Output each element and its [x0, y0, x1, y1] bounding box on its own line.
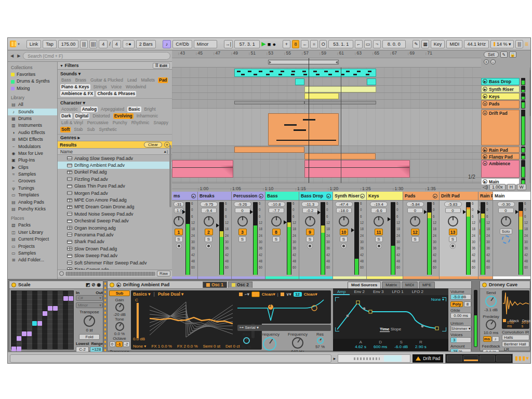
capture-midi-icon[interactable]: ⌗ [310, 40, 318, 48]
options-chevron-icon[interactable]: ▾ [18, 42, 20, 46]
octave-minus2-button[interactable]: -2 [123, 341, 130, 347]
sidebar-place-item[interactable]: ▤ Current Project [8, 236, 57, 243]
sidebar-place-item[interactable]: ▧ Packs [8, 222, 57, 229]
osc-fx1[interactable]: FX 1 0.0 % [151, 344, 172, 349]
device-on-led[interactable] [11, 283, 16, 287]
res2-knob[interactable] [317, 337, 324, 344]
osc-fx-none-menu[interactable]: None ▾ [133, 344, 146, 349]
monitor-button[interactable] [307, 243, 313, 249]
sounds-section-label[interactable]: Sounds ▾ [58, 70, 172, 77]
arrangement-overview[interactable] [338, 354, 410, 363]
scale-grid[interactable] [11, 290, 74, 350]
track-activator-button[interactable]: 13 [449, 229, 457, 235]
mod-tab[interactable]: MPE [419, 282, 435, 288]
scale-cell[interactable] [32, 321, 37, 326]
scale-cell[interactable] [27, 331, 32, 336]
browser-result-item[interactable]: Muted Noise Sweep Pad.adv [58, 210, 172, 217]
monitor-button[interactable] [450, 243, 456, 249]
envelope-tab[interactable]: LFO 1 [388, 288, 407, 295]
selected-track-badge[interactable]: Drift Pad [413, 354, 443, 363]
track-header[interactable]: ▶ Keys [481, 93, 520, 100]
arrangement-scrollbar[interactable] [529, 68, 531, 183]
solo-button[interactable]: S [238, 236, 246, 242]
pencil-automation-icon[interactable]: ✎ [500, 51, 508, 58]
playback-speed[interactable]: 1.00x [489, 184, 506, 190]
fold-button[interactable]: Fold [79, 334, 100, 340]
sync-note-button[interactable]: ♪ [492, 336, 499, 342]
solo-button[interactable]: S [340, 236, 348, 242]
browser-result-item[interactable]: Soft Shimmer Filter Sweep Pad.adv [58, 259, 172, 266]
clear-filters-button[interactable]: Clear [144, 142, 162, 148]
scale-cell[interactable] [17, 347, 21, 351]
track-activator-button[interactable]: 11 [375, 229, 383, 235]
pan-knob[interactable] [448, 216, 458, 227]
pan-knob[interactable] [271, 216, 282, 227]
browser-result-item[interactable]: MPE Con Amore Pad.adg [58, 196, 172, 203]
tone-knob[interactable] [115, 322, 124, 331]
key-map-button[interactable]: Key [431, 40, 445, 48]
tab-osc1[interactable]: Osc 1 [203, 282, 227, 288]
mixer-track-name[interactable]: Breaks▸ [198, 192, 231, 201]
mixer-track-name[interactable]: Percussion▸ [232, 192, 265, 201]
browser-result-item[interactable]: Glass Thin Pure Pad.adv [58, 183, 172, 190]
peak-level-button[interactable]: -11.3 [301, 202, 319, 207]
edit-filters-button[interactable]: ⠿ Edit [153, 63, 170, 69]
volume-fader-handle[interactable] [477, 210, 481, 214]
zoom-out-icon[interactable]: - [490, 59, 496, 64]
send-knob[interactable] [485, 296, 497, 307]
voices-field[interactable]: 3 [450, 337, 471, 343]
filter2-slope[interactable]: 12 [294, 292, 302, 297]
filter-tag[interactable]: Ambience & FX [60, 91, 94, 97]
peak-level-button[interactable]: -9.26 [234, 202, 251, 207]
solo-button[interactable]: S [449, 236, 457, 242]
mixer-track-name[interactable]: Synth Riser▸ [333, 192, 366, 201]
monitor-button[interactable] [376, 243, 382, 249]
track-activator-button[interactable]: 1 [175, 229, 183, 235]
group-fold-icon[interactable]: ▸ [360, 194, 365, 198]
peak-level-button[interactable]: -0.30 [497, 202, 515, 207]
new-midi-icon[interactable]: + [283, 40, 290, 48]
poly-voices-menu[interactable]: 8 [464, 301, 471, 307]
track-activator-button[interactable]: 3 [238, 229, 247, 235]
loop-start-field[interactable]: 53. 1. 1 [328, 40, 353, 48]
envelope-tab[interactable]: Env 2 [350, 288, 368, 295]
set-time-signature-button[interactable]: Set [484, 51, 499, 58]
filters-chevron-icon[interactable]: ▼ [60, 64, 63, 68]
sidebar-collection-item[interactable]: Mixing [8, 85, 57, 92]
track-activator-button[interactable]: 8 [272, 229, 281, 235]
mixer-track-name[interactable]: Drift Pad▸ [440, 192, 478, 201]
output-meter-icon[interactable]: ▮▮▮▾ [515, 355, 529, 362]
transpose-knob[interactable] [84, 315, 95, 327]
arrangement-clip[interactable] [295, 78, 304, 85]
ir-on-icon[interactable] [503, 319, 506, 322]
filter-tag[interactable]: Basic [127, 107, 141, 112]
freq2-knob[interactable] [292, 337, 303, 349]
volume-field[interactable]: -18.0 [336, 208, 352, 213]
track-fold-icon[interactable]: ▶ [483, 87, 487, 91]
monitor-button[interactable] [341, 243, 347, 249]
predelay-knob[interactable] [486, 320, 496, 330]
filter-tag[interactable]: Analog [81, 107, 98, 112]
group-fold-icon[interactable]: ▸ [191, 194, 196, 198]
pan-knob[interactable] [501, 216, 511, 227]
mixer-track-name[interactable]: Keys▸ [367, 192, 403, 201]
browser-result-item[interactable]: Morgen Pad.adv [58, 190, 172, 196]
track-header[interactable]: ▾ Pads [481, 100, 520, 109]
solo-button[interactable]: S [205, 236, 212, 242]
filter-routing-menu[interactable]: ⊶ Serial ▾ [237, 325, 331, 331]
time-tab[interactable]: Time [380, 327, 390, 332]
time-ruler[interactable]: 1:001:051:101:151:201:251:301:35 [172, 183, 481, 191]
mixer-track-name[interactable]: Pads▸ [403, 192, 439, 201]
re-enable-automation-icon[interactable]: ← [301, 40, 309, 48]
track-lane[interactable] [172, 146, 481, 153]
sidebar-collection-item[interactable]: Drums & Synths [8, 78, 57, 85]
sidebar-library-item[interactable]: ◑ Audio Effects [8, 129, 57, 136]
filter1-shape-icon[interactable]: ⌐▾ [245, 292, 249, 297]
track-activator-button[interactable]: 10 [340, 229, 348, 235]
arrangement-clip[interactable] [234, 101, 304, 104]
group-fold-icon[interactable]: ▸ [259, 194, 263, 198]
range-field[interactable]: +128 st [90, 347, 103, 352]
filter-tag[interactable]: Lofi & Vinyl [60, 120, 84, 126]
punch-out-icon[interactable]: ¬ [373, 40, 381, 48]
browser-result-item[interactable]: MPE Dream Grain Drone.adg [58, 204, 172, 210]
